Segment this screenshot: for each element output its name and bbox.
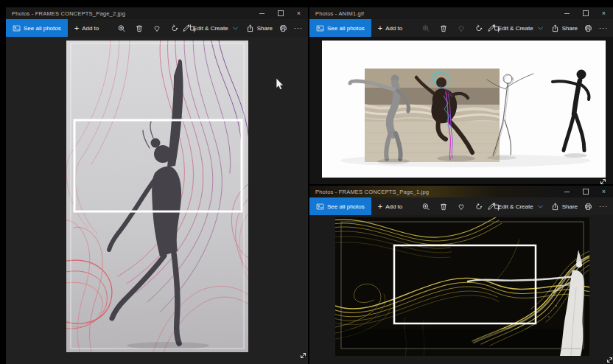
photo-viewer: [309, 37, 613, 184]
close-button[interactable]: ×: [595, 7, 613, 19]
share-label: Share: [562, 203, 578, 210]
chevron-down-icon: [231, 24, 239, 32]
minimize-icon: [564, 13, 570, 14]
close-button[interactable]: ×: [595, 186, 613, 197]
see-all-photos-button[interactable]: See all photos: [309, 19, 371, 37]
window-title: Photos - FRAMES CONCEPTS_Page_1.jpg: [309, 189, 429, 195]
share-button[interactable]: Share: [551, 24, 578, 32]
plus-icon: +: [378, 24, 382, 32]
resize-diagonal-icon[interactable]: [299, 351, 307, 360]
more-button[interactable]: ···: [294, 24, 303, 32]
share-label: Share: [562, 25, 578, 32]
close-icon: ×: [297, 10, 301, 17]
more-icon: ···: [599, 24, 608, 32]
minimize-button[interactable]: [558, 7, 576, 19]
maximize-icon: [583, 189, 589, 195]
share-icon: [246, 24, 254, 32]
see-all-photos-label: See all photos: [327, 203, 365, 210]
print-button[interactable]: [279, 24, 287, 32]
print-button[interactable]: [584, 203, 592, 211]
plus-icon: +: [74, 24, 79, 32]
chevron-down-icon: [536, 203, 544, 211]
plus-icon: +: [378, 203, 382, 211]
more-icon: ···: [599, 203, 608, 210]
photo-viewer: [6, 37, 308, 364]
add-to-button[interactable]: + Add to: [371, 197, 410, 215]
share-icon: [551, 24, 559, 32]
close-button[interactable]: ×: [290, 7, 308, 19]
toolbar: See all photos + Add to Edit & Create Sh…: [309, 197, 613, 215]
close-icon: ×: [602, 189, 606, 195]
minimize-button[interactable]: [558, 186, 576, 197]
photo-canvas-dancer[interactable]: [66, 41, 248, 352]
mouse-cursor: [276, 78, 284, 91]
see-all-photos-button[interactable]: See all photos: [309, 197, 371, 215]
delete-button[interactable]: [440, 203, 448, 211]
add-to-label: Add to: [385, 25, 402, 32]
gif-canvas-dancers[interactable]: [322, 41, 606, 178]
titlebar[interactable]: Photos - FRAMES CONCEPTS_Page_1.jpg ×: [309, 186, 613, 197]
toolbar: See all photos + Add to Edit & Create Sh…: [6, 19, 308, 37]
see-all-photos-label: See all photos: [24, 25, 61, 32]
caption-controls: ×: [253, 7, 308, 19]
share-button[interactable]: Share: [551, 203, 578, 211]
chevron-down-icon: [536, 24, 544, 32]
photo-viewer: [309, 215, 613, 364]
minimize-icon: [259, 13, 265, 14]
share-icon: [551, 203, 559, 211]
edit-create-label: Edit & Create: [498, 203, 533, 210]
favorite-button[interactable]: [153, 24, 161, 32]
close-icon: ×: [602, 10, 606, 17]
minimize-button[interactable]: [253, 7, 271, 19]
add-to-label: Add to: [385, 203, 402, 210]
maximize-icon: [583, 10, 589, 16]
photos-icon: [316, 24, 324, 32]
add-to-label: Add to: [82, 25, 99, 32]
caption-controls: ×: [558, 186, 613, 197]
edit-create-label: Edit & Create: [498, 25, 533, 32]
see-all-photos-label: See all photos: [327, 25, 365, 32]
maximize-button[interactable]: [576, 186, 595, 197]
add-to-button[interactable]: + Add to: [371, 19, 410, 37]
share-label: Share: [257, 25, 273, 32]
rotate-button[interactable]: [475, 203, 483, 211]
window-title: Photos - ANIM1.gif: [309, 10, 364, 17]
see-all-photos-button[interactable]: See all photos: [6, 19, 68, 37]
zoom-button[interactable]: [422, 203, 430, 211]
photo-canvas-gold-dancer[interactable]: [335, 217, 589, 356]
crop-button[interactable]: [493, 203, 501, 211]
rotate-button[interactable]: [475, 24, 483, 32]
photos-window-page1: Photos - FRAMES CONCEPTS_Page_1.jpg × Se…: [309, 186, 613, 364]
toolbar: See all photos + Add to Edit & Create Sh…: [309, 19, 613, 37]
photos-icon: [13, 24, 21, 32]
delete-button[interactable]: [136, 24, 144, 32]
favorite-button[interactable]: [458, 203, 466, 211]
resize-diagonal-icon[interactable]: [599, 178, 607, 184]
zoom-button[interactable]: [422, 24, 430, 32]
photos-window-anim1: Photos - ANIM1.gif × See all photos + Ad…: [309, 7, 613, 184]
more-button[interactable]: ···: [599, 203, 608, 210]
resize-diagonal-icon[interactable]: [606, 356, 613, 364]
photos-icon: [316, 203, 324, 211]
maximize-button[interactable]: [271, 7, 290, 19]
maximize-button[interactable]: [576, 7, 595, 19]
print-button[interactable]: [584, 24, 592, 32]
more-button[interactable]: ···: [599, 24, 608, 32]
edit-create-label: Edit & Create: [193, 25, 228, 32]
add-to-button[interactable]: + Add to: [68, 19, 106, 37]
caption-controls: ×: [558, 7, 613, 19]
delete-button[interactable]: [440, 24, 448, 32]
crop-button[interactable]: [189, 24, 197, 32]
more-icon: ···: [294, 24, 303, 32]
titlebar[interactable]: Photos - ANIM1.gif ×: [309, 7, 613, 19]
rotate-button[interactable]: [171, 24, 179, 32]
minimize-icon: [564, 192, 570, 192]
crop-button[interactable]: [493, 24, 501, 32]
photos-window-page2: Photos - FRAMES CONCEPTS_Page_2.jpg × Se…: [6, 7, 308, 364]
window-title: Photos - FRAMES CONCEPTS_Page_2.jpg: [6, 10, 125, 17]
favorite-button[interactable]: [458, 24, 466, 32]
maximize-icon: [278, 10, 284, 16]
titlebar[interactable]: Photos - FRAMES CONCEPTS_Page_2.jpg ×: [6, 7, 308, 19]
zoom-button[interactable]: [118, 24, 126, 32]
share-button[interactable]: Share: [246, 24, 273, 32]
